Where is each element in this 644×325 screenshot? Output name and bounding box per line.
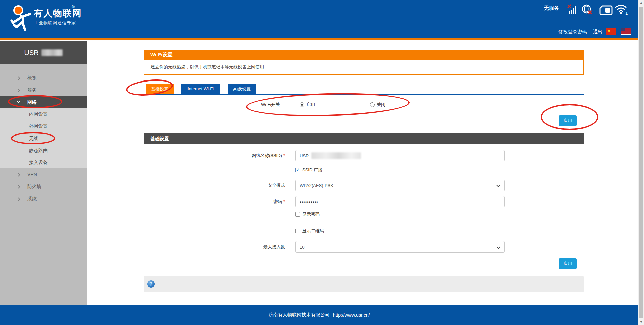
redacted-ssid	[311, 152, 361, 159]
sidebar-item-services[interactable]: 服务	[0, 84, 87, 96]
max-clients-select[interactable]: 10	[295, 241, 505, 253]
radio-unselected-icon[interactable]	[370, 102, 375, 107]
globe-icon	[580, 3, 594, 16]
chevron-right-icon	[17, 198, 20, 201]
sidebar-item-wireless[interactable]: 无线	[0, 132, 87, 144]
radio-selected-icon[interactable]	[300, 102, 304, 107]
sidebar-item-firewall[interactable]: 防火墙	[0, 180, 87, 193]
wifi-switch-row: Wi-Fi开关 启用 关闭	[144, 100, 584, 109]
ssid-broadcast-option[interactable]: SSID 广播	[295, 167, 322, 173]
change-password-link[interactable]: 修改登录密码	[558, 29, 587, 35]
brand-logo-person-icon	[8, 4, 35, 34]
brand-title: 有人物联网	[34, 7, 82, 19]
ssid-label: 网络名称(SSID)*	[144, 153, 285, 159]
sidebar-item-network[interactable]: 网络	[0, 96, 87, 108]
panel-title: Wi-Fi设置	[144, 50, 584, 60]
section-title: 基础设置	[144, 133, 584, 144]
wifi-enable-radio[interactable]: 启用	[300, 102, 315, 108]
panel-description: 建立你的无线热点，以供手机或笔记本等无线设备上网使用	[144, 60, 584, 75]
password-row: 密码* ••••••••••	[144, 196, 584, 207]
show-password-label[interactable]: 显示密码	[302, 211, 320, 217]
footer: 济南有人物联网技术有限公司 http://www.usr.cn/	[0, 305, 638, 325]
checkbox-unchecked-icon[interactable]	[295, 229, 300, 233]
show-qrcode-label[interactable]: 显示二维码	[302, 228, 324, 234]
flag-canton	[621, 28, 625, 31]
password-label: 密码*	[144, 199, 285, 205]
ssid-row: 网络名称(SSID)* USR_	[144, 150, 584, 161]
chevron-right-icon	[17, 89, 20, 92]
footer-company: 济南有人物联网技术有限公司	[269, 312, 330, 318]
no-service-status-text: 无服务	[544, 5, 559, 11]
logout-link[interactable]: 退出	[593, 29, 602, 35]
sidebar: USR- 概览 服务 网络 内网设置 外网设置 无线 静态路由 接入设备 VPN…	[0, 41, 87, 305]
us-flag-language-switch[interactable]	[621, 28, 631, 35]
password-input[interactable]: ••••••••••	[295, 196, 505, 207]
chevron-right-icon	[17, 173, 20, 177]
tab-basic-settings[interactable]: 基础设置	[146, 84, 174, 94]
max-clients-label: 最大接入数	[144, 244, 285, 250]
apply-button-top[interactable]: 应用	[559, 115, 577, 126]
apply-button-bottom[interactable]: 应用	[559, 258, 577, 269]
sidebar-item-static-routes[interactable]: 静态路由	[0, 144, 87, 156]
tab-underline	[144, 94, 584, 95]
scroll-up-arrow-icon[interactable]: ▲	[638, 0, 644, 6]
security-mode-select[interactable]: WPA2(AES)-PSK	[295, 180, 505, 191]
tab-advanced-settings[interactable]: 高级设置	[228, 84, 256, 94]
brand-subtitle: 工业物联网通信专家	[34, 20, 76, 26]
sidebar-item-system[interactable]: 系统	[0, 193, 87, 205]
chevron-right-icon	[17, 77, 20, 80]
help-icon[interactable]: ?	[147, 280, 155, 288]
checkbox-unchecked-icon[interactable]	[295, 212, 300, 217]
china-flag-language-switch[interactable]: ★	[606, 28, 616, 35]
ssid-input[interactable]: USR_	[295, 150, 505, 161]
ssid-broadcast-label[interactable]: SSID 广播	[302, 167, 322, 173]
sidebar-item-wan-settings[interactable]: 外网设置	[0, 120, 87, 132]
help-bar: ?	[144, 276, 584, 292]
sidebar-item-vpn[interactable]: VPN	[0, 168, 87, 180]
select-chevron-icon	[496, 245, 500, 249]
svg-text:1: 1	[625, 11, 628, 16]
max-clients-row: 最大接入数 10	[144, 241, 584, 253]
top-header: ® 有人物联网 工业物联网通信专家 无服务	[0, 0, 638, 38]
scrollbar-thumb[interactable]	[639, 7, 643, 318]
security-mode-row: 安全模式 WPA2(AES)-PSK	[144, 180, 584, 191]
flag-star: ★	[607, 28, 611, 33]
show-qrcode-option[interactable]: 显示二维码	[295, 228, 324, 234]
select-chevron-icon	[496, 183, 500, 187]
sidebar-item-overview[interactable]: 概览	[0, 72, 87, 84]
chevron-right-icon	[17, 185, 20, 189]
footer-url-link[interactable]: http://www.usr.cn/	[333, 312, 370, 318]
redacted-device-name	[41, 49, 63, 56]
sidebar-item-lan-settings[interactable]: 内网设置	[0, 108, 87, 120]
vertical-scrollbar[interactable]: ▲ ▼	[638, 0, 644, 325]
tab-internet-wifi[interactable]: Internet Wi-Fi	[181, 84, 220, 94]
sim-card-icon	[599, 5, 613, 15]
show-password-option[interactable]: 显示密码	[295, 212, 320, 217]
wifi-switch-label: Wi-Fi开关	[261, 102, 280, 108]
wifi-icon: 1	[614, 3, 629, 16]
header-orange-divider	[0, 38, 638, 40]
scroll-down-arrow-icon[interactable]: ▼	[638, 319, 644, 325]
chevron-down-icon	[17, 100, 20, 103]
checkbox-checked-icon[interactable]	[295, 168, 300, 172]
sidebar-item-connected-devices[interactable]: 接入设备	[0, 156, 87, 168]
device-title: USR-	[0, 41, 87, 64]
signal-bars-icon	[567, 3, 578, 15]
security-mode-label: 安全模式	[144, 182, 285, 188]
wifi-disable-radio[interactable]: 关闭	[370, 102, 385, 108]
main-content: Wi-Fi设置 建立你的无线热点，以供手机或笔记本等无线设备上网使用 基础设置 …	[144, 41, 584, 305]
